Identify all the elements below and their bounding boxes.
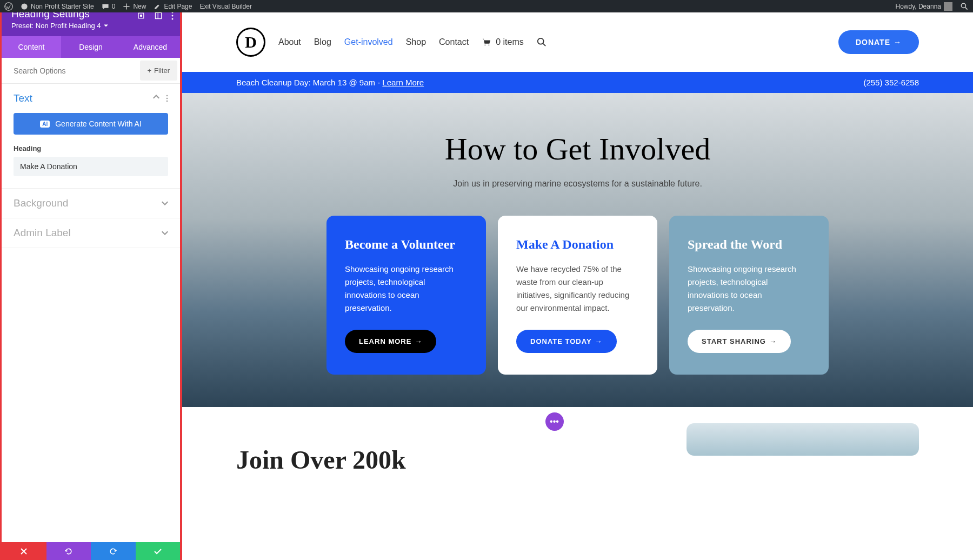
hero-section: How to Get Involved Join us in preservin… — [182, 93, 973, 407]
layout-icon[interactable] — [154, 11, 163, 20]
text-title: Text — [14, 92, 32, 104]
section-text: Text AI Generate Content With AI Heading — [2, 84, 180, 189]
main-content: D About Blog Get-involved Shop Contact 0… — [182, 12, 973, 560]
card-spread: Spread the Word Showcasing ongoing resea… — [669, 216, 829, 375]
avatar — [944, 2, 952, 11]
search-input[interactable] — [2, 58, 137, 83]
search-icon[interactable] — [537, 37, 547, 47]
save-button[interactable] — [136, 542, 181, 560]
learn-more-button[interactable]: LEARN MORE → — [345, 330, 436, 353]
text-section-header[interactable]: Text — [14, 84, 168, 113]
nav-blog[interactable]: Blog — [314, 37, 331, 47]
generate-ai-button[interactable]: AI Generate Content With AI — [14, 113, 168, 135]
wp-admin-right: Howdy, Deanna — [896, 2, 969, 11]
svg-point-12 — [166, 101, 168, 102]
hero-title: How to Get Involved — [236, 131, 919, 167]
cards-row: Become a Volunteer Showcasing ongoing re… — [236, 216, 919, 375]
site-name: Non Profit Starter Site — [31, 3, 94, 10]
card-volunteer: Become a Volunteer Showcasing ongoing re… — [326, 216, 486, 375]
section-background: Background — [2, 189, 180, 218]
svg-point-13 — [538, 38, 544, 44]
site-nav: D About Blog Get-involved Shop Contact 0… — [182, 12, 973, 72]
wp-admin-bar: Non Profit Starter Site 0 New Edit Page … — [0, 0, 973, 12]
undo-button[interactable] — [46, 542, 91, 560]
chevron-down-icon — [162, 201, 168, 205]
plus-icon: + — [148, 66, 152, 75]
section-admin-label: Admin Label — [2, 218, 180, 248]
filter-button[interactable]: + Filter — [140, 61, 177, 81]
svg-point-8 — [172, 15, 174, 17]
chevron-down-icon — [104, 24, 108, 28]
card-donation: Make A Donation We have recycled 75% of … — [498, 216, 657, 375]
card-body: Showcasing ongoing research projects, te… — [345, 263, 468, 315]
tab-content[interactable]: Content — [2, 36, 61, 58]
more-icon[interactable] — [166, 95, 168, 102]
comments-count: 0 — [112, 3, 116, 10]
card-body: Showcasing ongoing research projects, te… — [688, 263, 810, 315]
notice-bar: Beach Cleanup Day: March 13 @ 9am - Lear… — [182, 72, 973, 93]
arrow-right-icon: → — [595, 337, 603, 345]
svg-point-9 — [172, 18, 174, 20]
hero-subtitle: Join us in preserving marine ecosystems … — [236, 179, 919, 189]
phone-number: (255) 352-6258 — [863, 78, 919, 87]
admin-label-title: Admin Label — [14, 227, 71, 239]
builder-fab[interactable]: ••• — [545, 412, 564, 431]
chevron-up-icon — [153, 95, 159, 99]
svg-point-10 — [166, 95, 168, 97]
svg-point-2 — [961, 3, 965, 8]
wp-site-link[interactable]: Non Profit Starter Site — [21, 3, 94, 10]
ai-badge-icon: AI — [40, 121, 50, 128]
panel-tabs: Content Design Advanced — [2, 36, 180, 58]
arrow-right-icon: → — [894, 38, 902, 46]
redo-button[interactable] — [91, 542, 136, 560]
wp-exit-builder[interactable]: Exit Visual Builder — [199, 3, 252, 10]
donate-today-button[interactable]: DONATE TODAY → — [516, 330, 617, 353]
wp-greeting[interactable]: Howdy, Deanna — [896, 2, 953, 11]
svg-point-1 — [21, 3, 27, 9]
notice-link[interactable]: Learn More — [382, 78, 424, 87]
svg-rect-5 — [155, 12, 161, 18]
greeting-text: Howdy, Deanna — [896, 3, 942, 10]
arrow-right-icon: → — [415, 337, 422, 345]
admin-label-section-header[interactable]: Admin Label — [14, 218, 168, 248]
background-section-header[interactable]: Background — [14, 189, 168, 218]
panel-search-bar: + Filter — [2, 58, 180, 84]
tab-design[interactable]: Design — [61, 36, 121, 58]
section-join: ••• Join Over 200k — [182, 407, 973, 512]
wp-logo-icon[interactable] — [4, 2, 13, 11]
wp-new[interactable]: New — [123, 3, 146, 10]
card-body: We have recycled 75% of the waste from o… — [516, 263, 639, 315]
donate-button[interactable]: DONATE → — [838, 30, 919, 54]
background-title: Background — [14, 197, 68, 209]
tab-advanced[interactable]: Advanced — [121, 36, 180, 58]
wp-search-icon[interactable] — [960, 2, 969, 11]
panel-footer — [2, 542, 180, 560]
nav-about[interactable]: About — [278, 37, 301, 47]
more-icon[interactable] — [171, 11, 174, 20]
notice-text: Beach Cleanup Day: March 13 @ 9am - Lear… — [236, 78, 424, 87]
wp-edit-page[interactable]: Edit Page — [154, 3, 192, 10]
nav-contact[interactable]: Contact — [439, 37, 469, 47]
start-sharing-button[interactable]: START SHARING → — [688, 330, 791, 353]
site-logo[interactable]: D — [236, 28, 265, 57]
svg-point-4 — [140, 15, 142, 16]
cancel-button[interactable] — [2, 542, 46, 560]
card-title: Become a Volunteer — [345, 237, 468, 252]
chevron-down-icon — [162, 231, 168, 235]
panel-header-icons — [137, 11, 174, 20]
section2-image — [687, 423, 919, 456]
heading-input[interactable] — [14, 157, 168, 176]
panel-preset[interactable]: Preset: Non Profit Heading 4 — [11, 22, 170, 30]
new-label: New — [133, 3, 146, 10]
wp-admin-left: Non Profit Starter Site 0 New Edit Page … — [4, 2, 252, 11]
target-icon[interactable] — [137, 11, 145, 20]
nav-get-involved[interactable]: Get-involved — [344, 37, 393, 47]
nav-left: D About Blog Get-involved Shop Contact 0… — [236, 28, 547, 57]
nav-cart[interactable]: 0 items — [482, 37, 524, 47]
heading-label: Heading — [14, 144, 168, 152]
svg-point-11 — [166, 98, 168, 99]
nav-shop[interactable]: Shop — [406, 37, 426, 47]
card-title: Make A Donation — [516, 237, 639, 252]
edit-page-label: Edit Page — [164, 3, 192, 10]
wp-comments[interactable]: 0 — [102, 3, 116, 10]
